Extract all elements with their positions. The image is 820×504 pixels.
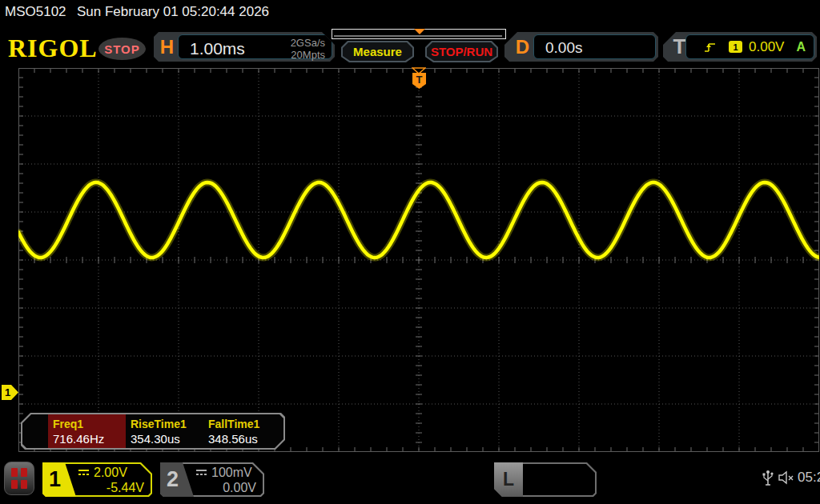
measurement-freq1[interactable]: Freq1 716.46Hz (48, 414, 126, 448)
device-model: MSO5102 (5, 4, 66, 20)
stop-run-button[interactable]: STOP/RUN (425, 41, 498, 62)
channel2-scale: 100mV (211, 465, 252, 480)
measure-button[interactable]: Measure (341, 41, 414, 62)
usb-icon (762, 470, 774, 487)
delay-readout: 0.00s (533, 34, 656, 59)
waveform-display[interactable] (18, 68, 819, 452)
rigol-logo: RIGOL (8, 34, 98, 63)
trigger-block[interactable]: T 1 0.00V A (663, 32, 817, 62)
dc-coupling-icon (195, 469, 207, 476)
memory-trigger-position-icon (414, 29, 425, 34)
acquisition-readout: 2GSa/s 20Mpts (291, 37, 325, 61)
horizontal-readout: 1.00ms 2GSa/s 20Mpts (178, 34, 332, 59)
menu-square (21, 468, 27, 477)
oscilloscope-screen: { "titlebar": { "model": "MSO5102", "dat… (0, 0, 820, 504)
trigger-t-badge: T (412, 73, 426, 89)
channel1-ground-marker[interactable]: 1 (2, 385, 18, 400)
edge-rising-icon (704, 42, 716, 53)
trigger-readout: 1 0.00V A (685, 34, 814, 59)
channel2-offset: 0.00V (195, 480, 256, 495)
logic-key-label: L (494, 462, 523, 497)
channel1-offset: -5.44V (78, 480, 144, 495)
measurement-panel: Freq1 716.46Hz RiseTime1 354.30us FallTi… (21, 413, 285, 450)
sample-rate: 2GSa/s (291, 37, 325, 49)
speaker-muted-icon[interactable] (778, 470, 796, 485)
menu-square (11, 480, 18, 489)
clock: 05:20 (798, 470, 820, 486)
menu-square (11, 468, 18, 477)
channel1-scale: 2.00V (94, 465, 127, 480)
measurement-falltime1[interactable]: FallTime1 348.56us (203, 414, 281, 448)
delay-value: 0.00s (545, 39, 582, 57)
trigger-position-marker[interactable]: T (410, 67, 428, 91)
memory-position-strip[interactable] (332, 29, 506, 39)
channel2-badge[interactable]: 100mV 0.00V 2 (160, 462, 264, 497)
memory-depth: 20Mpts (291, 49, 325, 61)
dc-coupling-icon (78, 469, 90, 476)
delay-key-label: D (512, 35, 533, 58)
horizontal-key-label: H (157, 35, 177, 58)
system-datetime: Sun February 01 05:20:44 2026 (77, 4, 269, 20)
logic-analyzer-badge[interactable]: 0 1 2 3 4 5 6 7 8 9 1011 12131415 L (494, 462, 597, 497)
trigger-mode-auto: A (796, 40, 806, 54)
menu-square (21, 480, 27, 489)
timebase-value: 1.00ms (190, 39, 245, 58)
trigger-level-value: 0.00V (749, 39, 784, 55)
measurement-risetime1[interactable]: RiseTime1 354.30us (126, 414, 203, 448)
delay-block[interactable]: D 0.00s (504, 32, 658, 62)
horizontal-settings-block[interactable]: H 1.00ms 2GSa/s 20Mpts (154, 32, 335, 62)
grid-menu-icon[interactable] (4, 462, 34, 495)
run-state-indicator: STOP (98, 38, 146, 60)
channel1-badge[interactable]: 2.00V -5.44V 1 (42, 462, 152, 497)
trigger-source-badge: 1 (729, 41, 742, 53)
titlebar: MSO5102 Sun February 01 05:20:44 2026 (0, 0, 820, 24)
logic-channels-row1: 0 1 2 3 4 5 6 7 (529, 495, 592, 504)
